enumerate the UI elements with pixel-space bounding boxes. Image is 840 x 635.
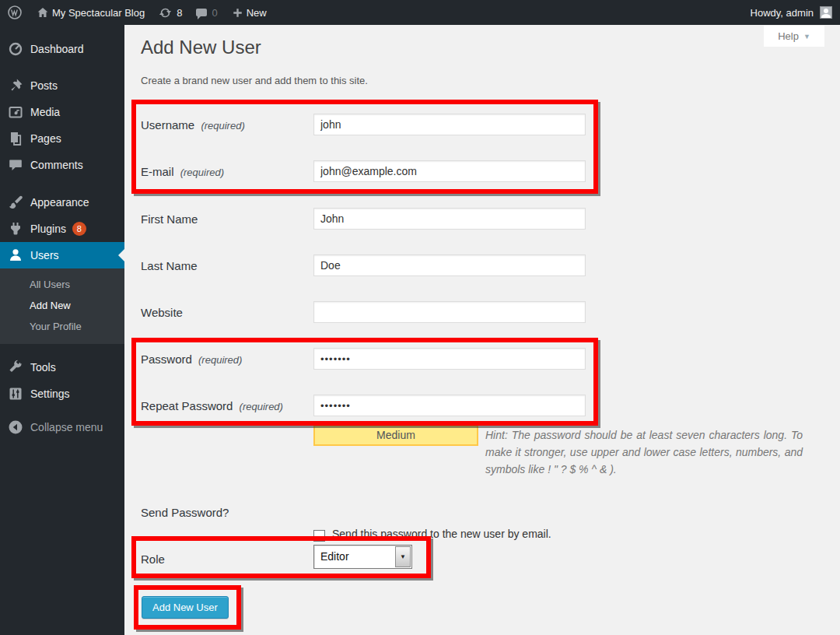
password-strength-indicator: Medium xyxy=(313,425,478,446)
settings-icon xyxy=(8,386,23,402)
site-name-link[interactable]: My Spectacular Blog xyxy=(30,0,152,25)
pages-icon xyxy=(8,131,23,146)
first-name-label: First Name xyxy=(141,212,198,226)
sidebar-item-label: Dashboard xyxy=(30,43,84,55)
admin-sidebar: Dashboard Posts Media Pages Comments xyxy=(0,25,124,635)
account-menu[interactable]: Howdy, admin xyxy=(751,0,832,25)
sidebar-item-users[interactable]: Users xyxy=(0,242,124,268)
comments-bubble-icon xyxy=(196,9,207,16)
site-name: My Spectacular Blog xyxy=(52,7,145,19)
website-input[interactable] xyxy=(313,301,586,323)
plugins-update-badge: 8 xyxy=(72,222,86,236)
add-new-user-button[interactable]: Add New User xyxy=(142,596,229,619)
wordpress-logo-icon xyxy=(7,5,23,20)
sidebar-item-media[interactable]: Media xyxy=(0,99,124,125)
email-input[interactable] xyxy=(313,160,586,182)
sidebar-item-comments[interactable]: Comments xyxy=(0,152,124,178)
brush-icon xyxy=(8,195,23,210)
new-label: New xyxy=(247,7,267,19)
select-arrow-icon: ▼ xyxy=(395,546,411,567)
sidebar-item-label: Appearance xyxy=(30,196,89,209)
last-name-label: Last Name xyxy=(141,259,198,272)
main-content: Help ▼ Add New User Create a brand new u… xyxy=(124,25,840,635)
last-name-input[interactable] xyxy=(313,254,586,276)
updates-icon xyxy=(159,6,172,19)
collapse-menu-button[interactable]: Collapse menu xyxy=(0,414,124,440)
sidebar-item-label: Plugins xyxy=(30,223,66,235)
sidebar-item-appearance[interactable]: Appearance xyxy=(0,189,124,216)
plus-icon xyxy=(232,7,243,19)
submenu-item-all-users[interactable]: All Users xyxy=(0,274,124,295)
role-label: Role xyxy=(141,553,165,566)
page-description: Create a brand new user and add them to … xyxy=(141,75,368,86)
email-label: E-mail (required) xyxy=(141,165,224,178)
update-count: 8 xyxy=(177,7,182,19)
repeat-password-label: Repeat Password (required) xyxy=(141,399,283,412)
sidebar-item-label: Users xyxy=(30,249,59,261)
comment-icon xyxy=(8,157,23,173)
dashboard-icon xyxy=(8,41,23,57)
send-password-checkbox-label[interactable]: Send this password to the new user by em… xyxy=(332,528,551,540)
sidebar-item-label: Tools xyxy=(30,361,56,374)
chevron-down-icon: ▼ xyxy=(803,33,810,40)
sidebar-item-label: Media xyxy=(30,106,60,118)
send-password-label: Send Password? xyxy=(141,506,229,519)
wrench-icon xyxy=(8,360,23,375)
howdy-text: Howdy, admin xyxy=(751,7,814,19)
sidebar-item-pages[interactable]: Pages xyxy=(0,125,124,152)
sidebar-item-label: Comments xyxy=(30,159,83,171)
user-icon xyxy=(8,247,23,263)
required-note: (required) xyxy=(201,120,244,132)
collapse-icon xyxy=(8,419,23,435)
admin-bar: My Spectacular Blog 8 0 New Howdy, admin xyxy=(0,0,840,25)
comments-link[interactable]: 0 xyxy=(189,0,224,25)
media-icon xyxy=(8,104,23,120)
sidebar-item-label: Pages xyxy=(30,132,61,145)
plugin-icon xyxy=(8,221,23,237)
password-input[interactable] xyxy=(313,348,586,370)
help-label: Help xyxy=(778,30,799,42)
role-select[interactable]: Editor ▼ xyxy=(313,545,412,569)
website-label: Website xyxy=(141,306,183,319)
help-button[interactable]: Help ▼ xyxy=(764,26,824,47)
submenu-item-add-new[interactable]: Add New xyxy=(0,295,124,316)
username-label: Username (required) xyxy=(141,118,245,132)
required-note: (required) xyxy=(180,167,224,178)
avatar xyxy=(820,6,832,19)
users-submenu: All Users Add New Your Profile xyxy=(0,268,124,344)
comment-count: 0 xyxy=(212,7,217,19)
pushpin-icon xyxy=(8,78,23,93)
password-label: Password (required) xyxy=(141,353,242,366)
required-note: (required) xyxy=(240,401,283,412)
sidebar-item-label: Collapse menu xyxy=(30,421,103,433)
home-icon xyxy=(37,6,49,19)
sidebar-item-label: Posts xyxy=(30,79,58,92)
sidebar-item-plugins[interactable]: Plugins 8 xyxy=(0,216,124,242)
new-content-link[interactable]: New xyxy=(225,0,274,25)
send-password-checkbox[interactable] xyxy=(313,530,325,542)
sidebar-item-label: Settings xyxy=(30,388,70,400)
updates-link[interactable]: 8 xyxy=(152,0,189,25)
username-input[interactable] xyxy=(313,114,586,135)
required-note: (required) xyxy=(198,354,242,366)
sidebar-item-tools[interactable]: Tools xyxy=(0,354,124,381)
submenu-item-your-profile[interactable]: Your Profile xyxy=(0,316,124,337)
sidebar-item-settings[interactable]: Settings xyxy=(0,381,124,407)
page-title: Add New User xyxy=(141,34,261,61)
wordpress-menu[interactable] xyxy=(0,0,30,25)
role-selected-value: Editor xyxy=(320,546,349,568)
sidebar-item-posts[interactable]: Posts xyxy=(0,72,124,99)
repeat-password-input[interactable] xyxy=(313,395,586,416)
first-name-input[interactable] xyxy=(313,208,586,230)
sidebar-item-dashboard[interactable]: Dashboard xyxy=(0,36,124,62)
